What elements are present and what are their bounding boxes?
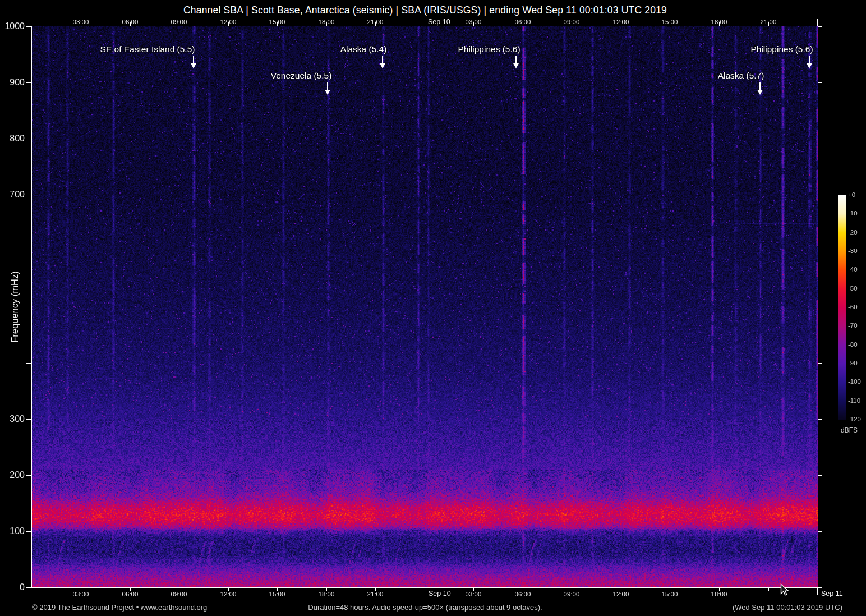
x-tick-bottom xyxy=(572,588,572,591)
colorbar-tick-label: -100 xyxy=(848,378,861,385)
x-tick-top xyxy=(179,22,179,26)
mouse-cursor-icon xyxy=(780,583,793,597)
y-tick-left xyxy=(26,475,31,476)
event-arrow-icon xyxy=(327,82,328,90)
x-tick-label-top: 18:00 xyxy=(711,19,727,25)
event-annotation-label: Alaska (5.4) xyxy=(340,44,387,54)
x-tick-label-top: 03:00 xyxy=(466,19,482,25)
y-tick-right xyxy=(818,139,822,139)
x-tick-top xyxy=(523,22,523,26)
x-tick-bottom xyxy=(81,588,81,591)
x-tick-bottom xyxy=(719,588,720,591)
y-tick-right xyxy=(818,82,822,83)
event-arrow-icon xyxy=(325,90,330,95)
x-axis-line-bottom xyxy=(28,587,822,588)
x-tick-label-top: 15:00 xyxy=(662,19,678,25)
x-tick-label-bottom: 09:00 xyxy=(171,591,187,597)
x-tick-bottom xyxy=(130,588,131,591)
x-tick-label-bottom: 12:00 xyxy=(613,591,629,597)
event-arrow-icon xyxy=(515,56,517,63)
x-tick-label-bottom: 18:00 xyxy=(711,591,727,597)
x-tick-label-bottom: 18:00 xyxy=(319,591,335,597)
y-tick-left xyxy=(26,587,31,588)
event-arrow-icon xyxy=(809,56,810,63)
x-tick-label-top: 21:00 xyxy=(367,19,384,25)
x-tick-label-bottom: 03:00 xyxy=(466,591,482,597)
x-tick-label-bottom: 15:00 xyxy=(662,591,678,597)
colorbar-tick-label: -80 xyxy=(848,341,858,348)
x-tick-bottom xyxy=(768,588,769,591)
event-arrow-icon xyxy=(191,63,196,68)
y-tick-left xyxy=(26,195,31,195)
x-tick-top xyxy=(375,22,376,26)
x-tick-bottom xyxy=(621,588,621,591)
y-tick-right xyxy=(818,307,822,307)
colorbar xyxy=(838,195,846,420)
x-tick-top xyxy=(719,22,720,26)
colorbar-tick-label: +0 xyxy=(848,191,855,198)
x-tick-label-bottom: 06:00 xyxy=(515,591,531,597)
x-tick-label-top: 15:00 xyxy=(269,19,285,25)
y-tick-right xyxy=(818,195,822,195)
y-tick-label: 1000 xyxy=(0,21,25,31)
x-tick-bottom xyxy=(375,588,376,591)
x-tick-label-bottom: 21:00 xyxy=(367,591,384,597)
colorbar-tick-label: -60 xyxy=(848,304,858,310)
x-tick-label-top: Sep 10 xyxy=(428,18,450,26)
event-annotation-label: SE.of Easter Island (5.5) xyxy=(100,44,195,54)
y-tick-right xyxy=(818,363,822,364)
colorbar-tick-label: -20 xyxy=(848,229,858,236)
x-tick-label-top: 06:00 xyxy=(122,19,139,25)
y-tick-label: 300 xyxy=(0,414,25,424)
x-tick-top xyxy=(425,19,425,26)
x-tick-label-top: 09:00 xyxy=(564,19,580,25)
x-tick-label-bottom: 03:00 xyxy=(73,591,89,597)
x-tick-label-bottom: 12:00 xyxy=(220,591,237,597)
x-tick-label-top: 03:00 xyxy=(73,19,89,25)
y-axis-title: Frequency (mHz) xyxy=(10,271,20,342)
y-tick-left xyxy=(26,363,31,364)
x-tick-top xyxy=(572,22,572,26)
x-tick-bottom xyxy=(326,588,327,591)
y-tick-right xyxy=(818,419,822,420)
y-tick-right xyxy=(818,531,822,532)
y-tick-label: 700 xyxy=(0,190,25,200)
y-tick-left xyxy=(26,307,31,307)
y-tick-label: 900 xyxy=(0,77,25,88)
x-tick-bottom xyxy=(425,588,425,595)
spectrogram-canvas xyxy=(32,26,818,587)
x-tick-bottom xyxy=(670,588,670,591)
chart-title: Channel SBA | Scott Base, Antarctica (se… xyxy=(32,4,818,16)
x-tick-bottom xyxy=(817,588,818,595)
x-tick-top xyxy=(621,22,621,26)
x-tick-top xyxy=(473,22,474,26)
x-tick-top xyxy=(228,22,229,26)
x-tick-label-top: 06:00 xyxy=(515,19,531,25)
colorbar-unit-label: dBFS xyxy=(835,426,863,434)
event-arrow-icon xyxy=(807,63,812,68)
x-tick-top xyxy=(817,19,818,26)
y-tick-right xyxy=(818,26,822,27)
x-tick-bottom xyxy=(473,588,474,591)
x-tick-label-bottom: Sep 11 xyxy=(821,590,843,597)
x-tick-top xyxy=(277,22,278,26)
colorbar-tick-label: -10 xyxy=(848,210,858,217)
x-tick-label-top: 12:00 xyxy=(613,19,629,25)
colorbar-tick-label: -50 xyxy=(848,285,858,292)
x-tick-label-bottom: 15:00 xyxy=(269,591,285,597)
y-tick-left xyxy=(26,251,31,251)
x-tick-top xyxy=(130,22,131,26)
x-tick-label-bottom: Sep 10 xyxy=(429,590,451,597)
event-arrow-icon xyxy=(757,90,763,95)
event-annotation-label: Philippines (5.6) xyxy=(458,44,520,54)
x-tick-bottom xyxy=(179,588,179,591)
y-tick-label: 200 xyxy=(0,470,25,480)
event-arrow-icon xyxy=(193,56,194,63)
y-tick-left xyxy=(26,26,31,27)
x-tick-label-top: 18:00 xyxy=(319,19,335,25)
y-tick-label: 100 xyxy=(0,526,25,536)
colorbar-tick-label: -40 xyxy=(848,266,858,273)
x-tick-bottom xyxy=(277,588,278,591)
event-arrow-icon xyxy=(380,63,385,68)
footer-timestamp: (Wed Sep 11 00:01:03 2019 UTC) xyxy=(733,603,842,612)
